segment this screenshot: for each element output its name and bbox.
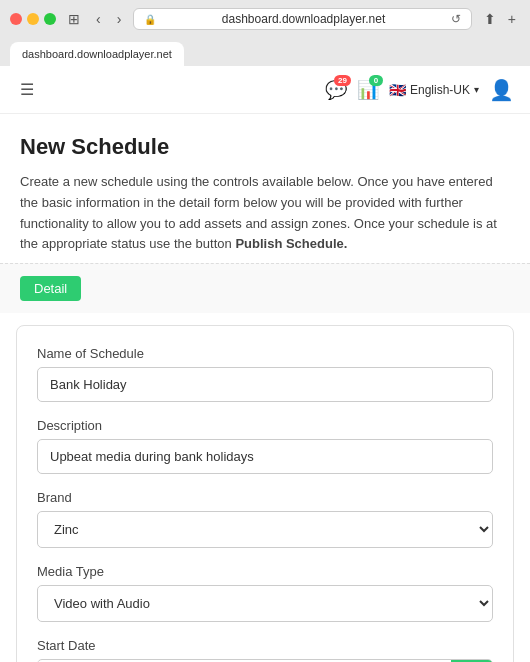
brand-label: Brand xyxy=(37,490,493,505)
start-date-group: Start Date 📅 xyxy=(37,638,493,662)
language-label: English-UK xyxy=(410,83,470,97)
detail-tab-button[interactable]: Detail xyxy=(20,276,81,301)
hamburger-icon: ☰ xyxy=(20,81,34,98)
tab-label: dashboard.downloadplayer.net xyxy=(22,48,172,60)
nav-right: 💬 29 📊 0 🇬🇧 English-UK ▾ 👤 xyxy=(325,78,514,102)
share-button[interactable]: ⬆ xyxy=(480,9,500,29)
media-type-select[interactable]: Video with Audio Video only Audio only I… xyxy=(37,585,493,622)
tab-area: Detail xyxy=(0,263,530,313)
app-container: ☰ 💬 29 📊 0 🇬🇧 English-UK ▾ 👤 New Schedul… xyxy=(0,66,530,662)
description-group: Description xyxy=(37,418,493,474)
user-icon: 👤 xyxy=(489,79,514,101)
description-input[interactable] xyxy=(37,439,493,474)
description-bold: Publish Schedule. xyxy=(235,236,347,251)
top-nav: ☰ 💬 29 📊 0 🇬🇧 English-UK ▾ 👤 xyxy=(0,66,530,114)
back-button[interactable]: ‹ xyxy=(92,9,105,29)
page-description: Create a new schedule using the controls… xyxy=(20,172,510,255)
page-content: New Schedule Create a new schedule using… xyxy=(0,114,530,255)
forward-button[interactable]: › xyxy=(113,9,126,29)
profile-button[interactable]: 👤 xyxy=(489,78,514,102)
close-button[interactable] xyxy=(10,13,22,25)
pulse-badge: 0 xyxy=(369,75,383,86)
page-title: New Schedule xyxy=(20,134,510,160)
traffic-lights xyxy=(10,13,56,25)
chat-badge: 29 xyxy=(334,75,351,86)
chevron-down-icon: ▾ xyxy=(474,84,479,95)
start-date-label: Start Date xyxy=(37,638,493,653)
description-label: Description xyxy=(37,418,493,433)
brand-select[interactable]: Zinc Alpha Beta Gamma xyxy=(37,511,493,548)
browser-chrome: ⊞ ‹ › 🔒 dashboard.downloadplayer.net ↺ ⬆… xyxy=(0,0,530,66)
maximize-button[interactable] xyxy=(44,13,56,25)
browser-actions: ⬆ + xyxy=(480,9,520,29)
name-input[interactable] xyxy=(37,367,493,402)
media-type-label: Media Type xyxy=(37,564,493,579)
tab-bar: dashboard.downloadplayer.net xyxy=(10,42,520,66)
brand-group: Brand Zinc Alpha Beta Gamma xyxy=(37,490,493,548)
minimize-button[interactable] xyxy=(27,13,39,25)
language-selector[interactable]: 🇬🇧 English-UK ▾ xyxy=(389,82,479,98)
pulse-notification-button[interactable]: 📊 0 xyxy=(357,79,379,101)
media-type-group: Media Type Video with Audio Video only A… xyxy=(37,564,493,622)
name-label: Name of Schedule xyxy=(37,346,493,361)
url-text: dashboard.downloadplayer.net xyxy=(162,12,444,26)
name-of-schedule-group: Name of Schedule xyxy=(37,346,493,402)
lock-icon: 🔒 xyxy=(144,14,156,25)
form-card: Name of Schedule Description Brand Zinc … xyxy=(16,325,514,662)
chat-notification-button[interactable]: 💬 29 xyxy=(325,79,347,101)
sidebar-toggle-button[interactable]: ⊞ xyxy=(64,9,84,29)
hamburger-button[interactable]: ☰ xyxy=(16,76,38,103)
flag-icon: 🇬🇧 xyxy=(389,82,406,98)
active-tab[interactable]: dashboard.downloadplayer.net xyxy=(10,42,184,66)
address-bar[interactable]: 🔒 dashboard.downloadplayer.net ↺ xyxy=(133,8,471,30)
add-tab-button[interactable]: + xyxy=(504,9,520,29)
refresh-icon: ↺ xyxy=(451,12,461,26)
